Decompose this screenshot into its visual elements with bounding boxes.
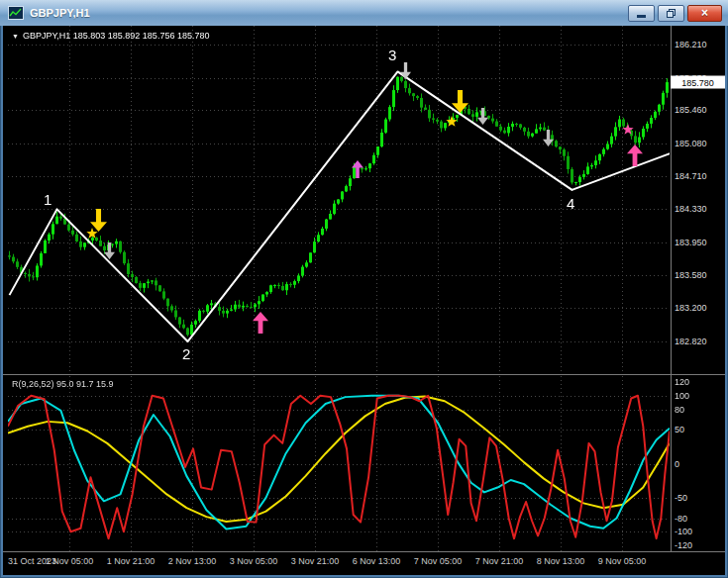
collapse-icon[interactable]: ▼ (12, 33, 19, 40)
indicator-axis-label: -50 (675, 493, 687, 503)
exit-signal-arrow-icon (400, 62, 411, 79)
minimize-icon (637, 15, 646, 18)
indicator-axis-label: 80 (675, 405, 684, 415)
time-axis-label: 7 Nov 05:00 (414, 556, 463, 566)
time-axis-label: 8 Nov 13:00 (537, 556, 585, 566)
swing-label: 1 (44, 192, 52, 207)
current-price-badge: 185.780 (671, 76, 725, 89)
chart-client-area: 1234 ▼ GBPJPY,H1 185.803 185.892 185.756… (3, 26, 725, 575)
buy-signal-arrow-icon (253, 312, 268, 334)
axis-separator (671, 26, 672, 551)
indicator-axis-label: 50 (675, 425, 684, 434)
time-axis-label: 1 Nov 21:00 (107, 556, 156, 566)
time-axis-separator (3, 551, 725, 552)
star-signal-icon (446, 116, 458, 128)
buy-signal-arrow-icon (352, 160, 364, 178)
panel-separator[interactable] (3, 374, 725, 375)
indicator-canvas[interactable] (8, 376, 670, 551)
star-signal-icon (622, 124, 634, 136)
indicator-axis-label: -120 (675, 540, 692, 550)
time-axis-label: 2 Nov 13:00 (168, 556, 217, 566)
ohlc-info: ▼ GBPJPY,H1 185.803 185.892 185.756 185.… (12, 31, 209, 41)
exit-signal-arrow-icon (543, 130, 554, 146)
swing-label: 3 (388, 48, 396, 62)
close-icon: × (701, 7, 708, 20)
window-title: GBPJPY,H1 (30, 7, 628, 19)
minimize-button[interactable] (628, 5, 655, 22)
exit-signal-arrow-icon (477, 108, 488, 125)
time-axis-label: 1 Nov 05:00 (46, 556, 94, 566)
window-titlebar[interactable]: GBPJPY,H1 × (0, 0, 728, 26)
indicator-axis-label: 100 (675, 391, 689, 401)
indicator-label: R(9,26,52) 95.0 91.7 15.9 (12, 379, 114, 389)
time-axis-label: 3 Nov 05:00 (230, 556, 278, 566)
indicator-axis-label: -100 (675, 527, 692, 536)
time-axis[interactable]: 31 Oct 20231 Nov 05:001 Nov 21:002 Nov 1… (8, 553, 670, 575)
window-controls: × (628, 5, 722, 22)
time-axis-label: 3 Nov 21:00 (291, 556, 340, 566)
time-axis-label: 7 Nov 21:00 (475, 556, 524, 566)
indicator-axis-label: -80 (675, 514, 687, 524)
time-axis-label: 9 Nov 05:00 (598, 556, 647, 566)
indicator-axis-label: 120 (675, 377, 689, 387)
swing-label: 2 (182, 346, 190, 361)
indicator-panel[interactable]: R(9,26,52) 95.0 91.7 15.9 (8, 376, 670, 551)
star-signal-icon (86, 228, 98, 240)
chart-window: GBPJPY,H1 × 1234 ▼ GBPJPY,H1 185.803 185… (0, 0, 728, 578)
buy-signal-arrow-icon (627, 144, 643, 166)
main-chart-area[interactable]: 1234 ▼ GBPJPY,H1 185.803 185.892 185.756… (8, 26, 670, 374)
exit-signal-arrow-icon (104, 242, 115, 259)
indicator-axis: 12010080500-50-80-100-120 (673, 26, 725, 575)
time-axis-label: 6 Nov 13:00 (353, 556, 401, 566)
swing-label: 4 (567, 196, 574, 211)
ohlc-text: GBPJPY,H1 185.803 185.892 185.756 185.78… (23, 31, 210, 41)
restore-icon (667, 9, 676, 18)
close-button[interactable]: × (687, 5, 722, 22)
restore-button[interactable] (658, 5, 684, 22)
sell-signal-arrow-icon (452, 90, 468, 113)
indicator-axis-label: 0 (675, 459, 679, 469)
chart-window-icon (8, 6, 24, 20)
